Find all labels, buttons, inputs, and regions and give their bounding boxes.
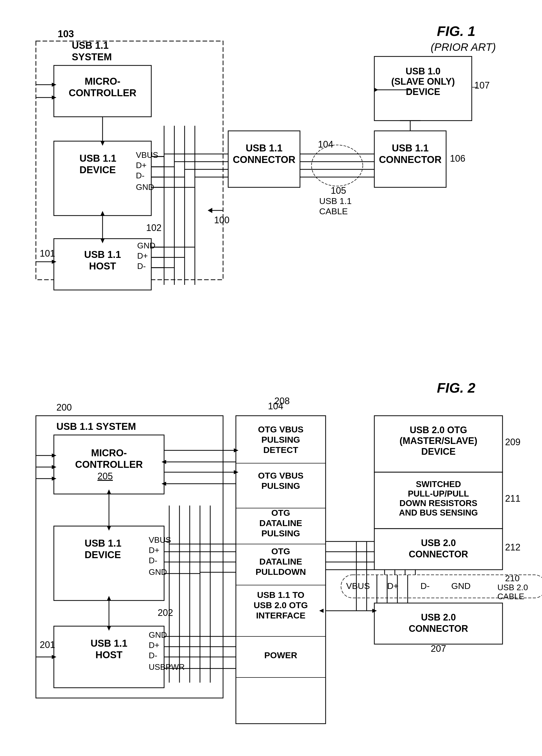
svg-text:210: 210 xyxy=(505,573,520,583)
svg-text:DEVICE: DEVICE xyxy=(85,549,121,560)
svg-text:DOWN RESISTORS: DOWN RESISTORS xyxy=(399,498,477,508)
svg-text:212: 212 xyxy=(505,542,520,553)
svg-rect-91 xyxy=(54,526,164,600)
svg-point-63 xyxy=(311,145,363,186)
svg-text:GND: GND xyxy=(137,241,155,250)
svg-text:GND: GND xyxy=(149,567,167,577)
svg-text:PULLDOWN: PULLDOWN xyxy=(256,567,306,577)
svg-text:SWITCHED: SWITCHED xyxy=(416,479,461,489)
svg-text:GND: GND xyxy=(149,630,167,639)
svg-text:USB 1.1: USB 1.1 xyxy=(84,249,121,260)
svg-text:CONTROLLER: CONTROLLER xyxy=(69,88,136,98)
svg-text:D+: D+ xyxy=(136,161,147,170)
svg-text:107: 107 xyxy=(474,80,490,91)
svg-text:D+: D+ xyxy=(387,581,398,591)
svg-text:DETECT: DETECT xyxy=(263,445,298,455)
svg-text:USB 1.1: USB 1.1 xyxy=(392,143,429,153)
svg-text:201: 201 xyxy=(40,639,55,650)
svg-text:USB 1.1: USB 1.1 xyxy=(246,143,282,153)
svg-text:USB 1.1 SYSTEM: USB 1.1 SYSTEM xyxy=(56,421,136,432)
svg-text:D-: D- xyxy=(137,261,146,271)
svg-text:PULSING: PULSING xyxy=(261,481,300,491)
svg-text:POWER: POWER xyxy=(264,650,297,660)
svg-text:CONNECTOR: CONNECTOR xyxy=(233,154,295,165)
svg-text:VBUS: VBUS xyxy=(136,150,158,160)
fig2-diagram: FIG. 2 USB 1.1 SYSTEM 200 MICRO- CONTROL… xyxy=(21,375,521,756)
svg-text:PULSING: PULSING xyxy=(261,528,300,538)
svg-text:INTERFACE: INTERFACE xyxy=(256,610,305,620)
svg-text:D+: D+ xyxy=(149,641,160,650)
svg-text:CONNECTOR: CONNECTOR xyxy=(409,623,468,634)
svg-text:D+: D+ xyxy=(137,251,148,260)
fig1-diagram: FIG. 1 (PRIOR ART) 103 USB 1.1 SYSTEM MI… xyxy=(21,15,521,349)
svg-text:(SLAVE ONLY): (SLAVE ONLY) xyxy=(391,76,455,87)
svg-text:PULL-UP/PULL: PULL-UP/PULL xyxy=(408,489,469,498)
svg-text:USB 2.0: USB 2.0 xyxy=(421,538,456,548)
svg-text:AND BUS SENSING: AND BUS SENSING xyxy=(399,508,478,517)
svg-text:USB 1.1: USB 1.1 xyxy=(319,196,352,206)
svg-text:USB 2.0: USB 2.0 xyxy=(421,612,456,623)
svg-text:DATALINE: DATALINE xyxy=(260,518,302,528)
svg-text:OTG VBUS: OTG VBUS xyxy=(258,424,303,434)
svg-text:USB 1.0: USB 1.0 xyxy=(406,66,440,76)
svg-text:USB 1.1: USB 1.1 xyxy=(80,153,116,164)
svg-text:200: 200 xyxy=(56,402,72,413)
svg-text:202: 202 xyxy=(158,607,173,618)
svg-text:207: 207 xyxy=(431,643,446,654)
svg-text:USB 1.1: USB 1.1 xyxy=(85,538,122,549)
svg-text:OTG: OTG xyxy=(271,508,290,518)
svg-text:DEVICE: DEVICE xyxy=(421,446,456,457)
svg-text:CABLE: CABLE xyxy=(497,592,524,601)
svg-text:HOST: HOST xyxy=(95,650,123,660)
svg-text:D-: D- xyxy=(149,651,158,660)
svg-text:D-: D- xyxy=(149,556,158,565)
svg-text:GND: GND xyxy=(451,581,471,591)
svg-text:D-: D- xyxy=(136,171,145,180)
svg-text:CABLE: CABLE xyxy=(319,206,348,216)
svg-text:106: 106 xyxy=(450,153,465,164)
svg-text:PULSING: PULSING xyxy=(261,435,300,444)
svg-text:211: 211 xyxy=(505,493,520,504)
svg-text:USB 2.0 OTG: USB 2.0 OTG xyxy=(410,425,467,435)
svg-text:USB 1.1 TO: USB 1.1 TO xyxy=(257,590,304,600)
svg-text:MICRO-: MICRO- xyxy=(91,448,127,458)
svg-text:205: 205 xyxy=(97,471,113,481)
svg-text:100: 100 xyxy=(214,215,230,225)
fig1-svg: 103 USB 1.1 SYSTEM MICRO- CONTROLLER USB… xyxy=(21,15,533,336)
fig2-svg: USB 1.1 SYSTEM 200 MICRO- CONTROLLER 205… xyxy=(21,390,542,756)
svg-marker-56 xyxy=(208,208,212,213)
svg-text:DEVICE: DEVICE xyxy=(406,86,440,97)
svg-text:(MASTER/SLAVE): (MASTER/SLAVE) xyxy=(399,435,477,446)
svg-text:OTG VBUS: OTG VBUS xyxy=(258,471,303,480)
svg-text:208: 208 xyxy=(274,396,290,406)
svg-text:103: 103 xyxy=(58,28,74,39)
svg-text:USB 1.1: USB 1.1 xyxy=(91,638,128,649)
svg-text:D-: D- xyxy=(420,581,430,591)
svg-text:CONNECTOR: CONNECTOR xyxy=(409,549,468,559)
svg-text:D+: D+ xyxy=(149,546,160,555)
svg-text:USB 1.1: USB 1.1 xyxy=(72,40,109,51)
svg-text:CONTROLLER: CONTROLLER xyxy=(75,459,143,470)
svg-text:OTG: OTG xyxy=(271,546,290,556)
svg-text:DEVICE: DEVICE xyxy=(80,164,116,175)
svg-text:105: 105 xyxy=(331,185,346,196)
svg-text:HOST: HOST xyxy=(89,261,116,272)
svg-text:DATALINE: DATALINE xyxy=(260,557,302,566)
svg-text:104: 104 xyxy=(318,139,333,150)
svg-text:USB 2.0: USB 2.0 xyxy=(497,583,528,592)
svg-text:CONNECTOR: CONNECTOR xyxy=(379,154,441,165)
svg-text:102: 102 xyxy=(146,222,162,233)
svg-text:SYSTEM: SYSTEM xyxy=(72,52,112,62)
svg-text:USB 2.0 OTG: USB 2.0 OTG xyxy=(254,600,308,610)
svg-text:209: 209 xyxy=(505,437,520,447)
svg-text:101: 101 xyxy=(40,248,55,259)
svg-text:MICRO-: MICRO- xyxy=(85,76,120,87)
svg-text:VBUS: VBUS xyxy=(149,535,171,545)
page: FIG. 1 (PRIOR ART) 103 USB 1.1 SYSTEM MI… xyxy=(0,0,542,756)
